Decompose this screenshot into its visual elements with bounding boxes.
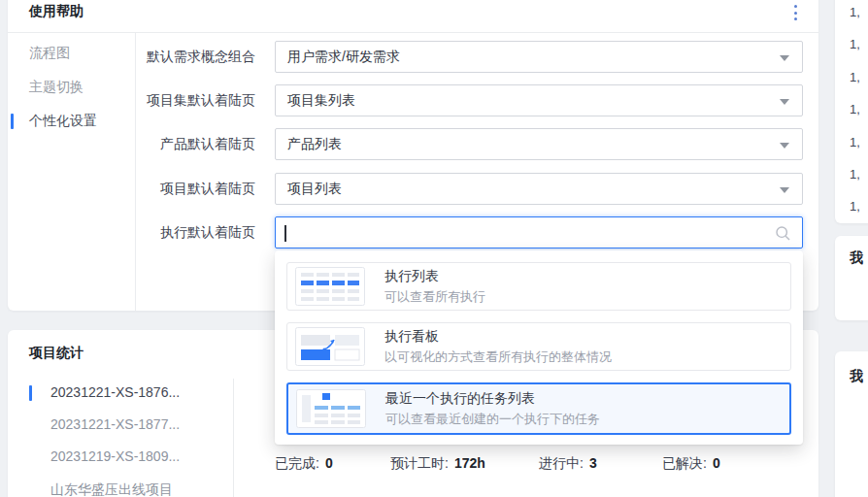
project-name: 20231221-XS-1877... [50,416,180,432]
panel-title: 使用帮助 [29,3,83,20]
execution-list-icon [295,267,365,306]
stat-estimated-hours: 预计工时:172h [390,454,485,472]
field-label-execution-landing: 执行默认着陆页 [119,216,255,248]
project-list-item[interactable]: 20231221-XS-1877... [8,409,231,441]
execution-landing-dropdown: 执行列表 可以查看所有执行 执行看板 以可视化的方式查看所有执行的整体情况 [275,250,803,445]
list-item[interactable]: 1, [850,199,860,215]
select-value: 项目列表 [276,174,802,204]
recent-execution-task-list-icon [296,389,366,428]
field-label-product-landing: 产品默认着陆页 [119,128,255,160]
sidebar-item-personalization[interactable]: 个性化设置 [8,107,135,135]
list-item[interactable]: 1, [850,135,860,150]
sidebar-item-label: 流程图 [29,45,70,60]
list-item[interactable]: 1, [850,102,860,117]
right-card-2: 我 [835,236,868,320]
kebab-menu-icon[interactable] [789,5,801,20]
sidebar-item-theme-switch[interactable]: 主题切换 [8,73,135,101]
stat-completed: 已完成:0 [275,454,333,472]
field-label-program-landing: 项目集默认着陆页 [119,84,255,116]
select-value: 产品列表 [276,129,802,159]
project-list-item[interactable]: 山东华盛压出线项目 [8,474,231,497]
project-list-item[interactable]: 20231221-XS-1876... [8,377,231,409]
list-item[interactable]: 1, [850,37,860,52]
select-project-landing[interactable]: 项目列表 [275,173,803,205]
active-indicator-bar [29,385,32,401]
chevron-down-icon [780,187,789,193]
option-title: 执行看板 [384,328,612,346]
stat-value: 0 [713,455,720,471]
text-cursor [284,225,286,242]
chevron-down-icon [780,143,789,149]
stat-value: 3 [589,455,597,471]
panel-title: 项目统计 [29,345,83,362]
list-item[interactable]: 1, [850,5,860,20]
option-title: 执行列表 [384,268,485,285]
sidebar-divider [135,32,136,311]
stat-value: 0 [325,455,333,471]
chevron-down-icon [780,55,789,61]
option-desc: 可以查看最近创建的一个执行下的任务 [385,411,600,428]
sidebar-item-label: 个性化设置 [29,113,97,128]
chevron-down-icon [780,99,789,105]
select-value: 项目集列表 [276,85,802,116]
card-title: 我 [850,368,863,385]
search-icon [775,225,791,242]
right-card-3: 我 [835,351,868,497]
option-execution-kanban[interactable]: 执行看板 以可视化的方式查看所有执行的整体情况 [286,322,791,371]
project-name: 20231219-XS-1809... [50,448,180,464]
option-recent-execution-task-list[interactable]: 最近一个执行的任务列表 可以查看最近创建的一个执行下的任务 [286,382,791,435]
active-indicator-bar [11,114,14,129]
option-execution-list[interactable]: 执行列表 可以查看所有执行 [286,262,791,311]
field-label-requirement-concept: 默认需求概念组合 [119,41,255,73]
option-title: 最近一个执行的任务列表 [385,390,600,408]
option-desc: 可以查看所有执行 [384,288,485,306]
right-numbers-card: 1, 1, 1, 1, 1, 1, 1, [835,0,868,223]
card-title: 我 [850,249,863,267]
field-label-project-landing: 项目默认着陆页 [119,173,255,205]
select-requirement-concept[interactable]: 用户需求/研发需求 [275,41,803,73]
sidebar-item-flowchart[interactable]: 流程图 [8,39,135,67]
sidebar-item-label: 主题切换 [29,79,83,94]
select-product-landing[interactable]: 产品列表 [275,128,803,160]
list-item[interactable]: 1, [850,167,860,182]
header-divider [8,32,818,33]
list-divider [233,379,234,497]
execution-landing-search-input[interactable] [275,216,803,248]
stat-value: 172h [454,455,485,471]
list-item[interactable]: 1, [850,70,860,85]
project-name: 山东华盛压出线项目 [50,481,173,497]
stat-in-progress: 进行中:3 [539,454,597,472]
option-desc: 以可视化的方式查看所有执行的整体情况 [384,348,612,366]
execution-kanban-icon [295,327,365,366]
select-program-landing[interactable]: 项目集列表 [275,84,803,116]
stat-resolved: 已解决:0 [662,454,720,472]
project-list-item[interactable]: 20231219-XS-1809... [8,441,231,473]
select-value: 用户需求/研发需求 [276,42,802,72]
project-name: 20231221-XS-1876... [50,384,180,400]
